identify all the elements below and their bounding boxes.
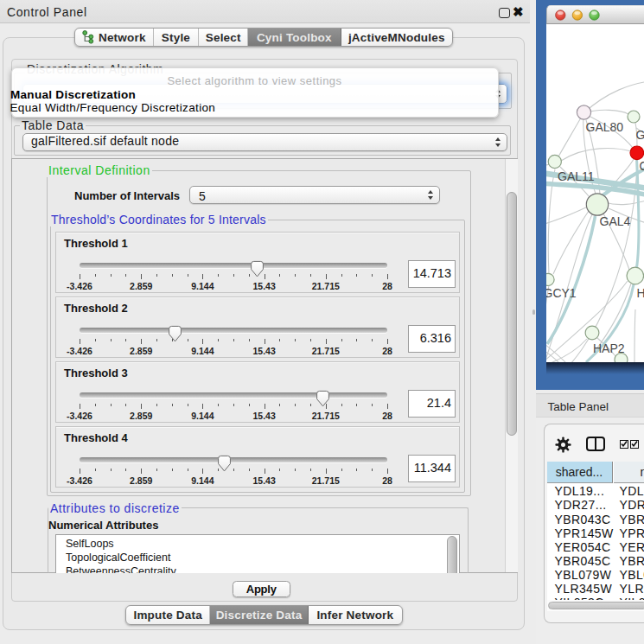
svg-text:GAL80: GAL80	[585, 119, 623, 133]
svg-text:GCY1: GCY1	[546, 286, 577, 300]
svg-text:HAP2: HAP2	[593, 341, 625, 355]
svg-text:GAL4: GAL4	[599, 214, 630, 228]
svg-text:GAL4: GAL4	[635, 128, 644, 142]
svg-text:HIS4: HIS4	[636, 286, 644, 300]
svg-text:CDC19: CDC19	[639, 159, 644, 173]
svg-text:GAL11: GAL11	[558, 169, 595, 183]
